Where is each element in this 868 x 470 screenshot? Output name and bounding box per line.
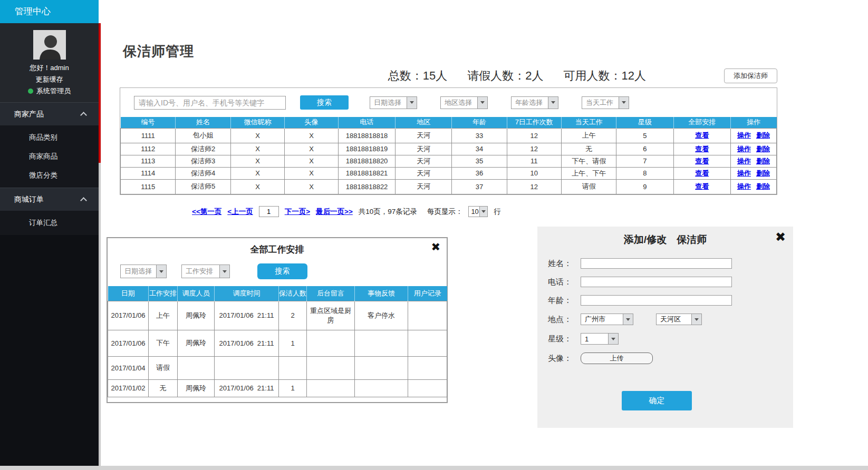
first-page-link[interactable]: <<第一页 (192, 207, 221, 217)
cell-dispatcher: 周佩玲 (178, 330, 215, 356)
menu-group: 商品类别 商家商品 微店分类 (0, 125, 99, 188)
area-filter-select[interactable]: 地区选择 (440, 96, 488, 109)
modal-search-button[interactable]: 搜索 (257, 263, 307, 279)
search-input[interactable] (134, 96, 286, 110)
cell-work7: 12 (507, 143, 561, 155)
per-page-select[interactable]: 10 (468, 206, 488, 217)
table-row: 2017/01/06 上午 周佩玲 2017/01/06 21:11 2 重点区… (108, 301, 447, 330)
delete-link[interactable]: 删除 (756, 182, 770, 190)
age-filter-select[interactable]: 年龄选择 (511, 96, 558, 109)
dropdown-arrow-icon[interactable] (407, 97, 417, 109)
operate-link[interactable]: 操作 (737, 157, 751, 165)
avatar-image (33, 30, 66, 60)
sidebar-item-merchant-goods[interactable]: 商家商品 (0, 147, 99, 166)
dropdown-arrow-icon[interactable] (479, 207, 487, 217)
cell-area: 天河 (396, 155, 452, 167)
dropdown-arrow-icon[interactable] (691, 314, 701, 325)
search-button[interactable]: 搜索 (300, 95, 349, 110)
last-page-link[interactable]: 最后一页>> (316, 207, 353, 217)
add-edit-cleaner-panel: 添加/修改 保洁师 ✖ 姓名： 电话： 年龄： 地点： 广州市 (537, 227, 793, 428)
cell-date: 2017/01/06 (108, 301, 149, 330)
refresh-cache-link[interactable]: 更新缓存 (0, 75, 99, 84)
dropdown-arrow-icon[interactable] (219, 265, 229, 278)
today-work-filter-select[interactable]: 当天工作 (582, 96, 629, 109)
date-filter-select[interactable]: 日期选择 (370, 96, 417, 109)
cell-avatar: X (284, 155, 338, 167)
role-text: 系统管理员 (36, 86, 71, 96)
cell-avatar: X (284, 179, 338, 194)
cell-user-record (408, 379, 447, 397)
cell-phone: 18818818818 (338, 128, 395, 143)
modal-filter-bar: 日期选择 工作安排 搜索 (120, 263, 447, 279)
modal-work-select[interactable]: 工作安排 (181, 265, 230, 278)
operate-link[interactable]: 操作 (737, 169, 751, 177)
star-select[interactable]: 1 (581, 333, 619, 345)
cell-star: 8 (616, 167, 673, 179)
stat-available: 可用人数：12人 (564, 68, 646, 84)
cell-date: 2017/01/02 (108, 379, 149, 397)
sidebar-item-weidian-category[interactable]: 微店分类 (0, 166, 99, 185)
cell-date: 2017/01/04 (108, 356, 149, 379)
dropdown-arrow-icon[interactable] (477, 97, 487, 109)
dropdown-arrow-icon[interactable] (623, 314, 633, 325)
district-select[interactable]: 天河区 (656, 314, 702, 325)
age-field[interactable] (581, 295, 732, 306)
sidebar-section-mall-orders[interactable]: 商城订单 (0, 188, 99, 211)
name-field[interactable] (581, 258, 732, 269)
sidebar-item-order-summary[interactable]: 订单汇总 (0, 213, 99, 232)
view-schedule-link[interactable]: 查看 (695, 169, 709, 177)
cell-age: 36 (452, 167, 507, 179)
phone-field[interactable] (581, 277, 732, 287)
cell-today: 上午 (561, 128, 616, 143)
view-schedule-link[interactable]: 查看 (695, 131, 709, 139)
sidebar-section-merchant-products[interactable]: 商家产品 (0, 102, 99, 125)
scrollbar-thumb[interactable] (99, 23, 101, 163)
confirm-button[interactable]: 确定 (622, 391, 692, 410)
cell-cleaner-count (279, 356, 307, 379)
prev-page-link[interactable]: <上一页 (227, 207, 253, 217)
header-cell: 微信昵称 (230, 117, 284, 128)
sidebar-item-goods-category[interactable]: 商品类别 (0, 128, 99, 147)
view-schedule-link[interactable]: 查看 (695, 182, 709, 190)
pagination: <<第一页 <上一页 下一页> 最后一页>> 共10页，97条记录 每页显示： … (192, 206, 501, 217)
view-schedule-link[interactable]: 查看 (695, 145, 709, 153)
header-cell: 事物反馈 (355, 286, 408, 301)
upload-button[interactable]: 上传 (581, 352, 653, 364)
cell-work7: 11 (507, 155, 561, 167)
dropdown-arrow-icon[interactable] (548, 97, 558, 109)
delete-link[interactable]: 删除 (756, 131, 770, 139)
operate-link[interactable]: 操作 (737, 182, 751, 190)
city-select[interactable]: 广州市 (581, 314, 633, 325)
pagination-summary: 共10页，97条记录 (359, 207, 417, 217)
cell-phone: 18818818822 (338, 179, 395, 194)
dropdown-arrow-icon[interactable] (608, 334, 618, 344)
cell-work7: 12 (507, 128, 561, 143)
operate-link[interactable]: 操作 (737, 145, 751, 153)
header-cell: 姓名 (176, 117, 230, 128)
delete-link[interactable]: 删除 (756, 169, 770, 177)
horizontal-scrollbar[interactable] (0, 466, 868, 470)
modal-date-select[interactable]: 日期选择 (120, 265, 167, 278)
next-page-link[interactable]: 下一页> (285, 207, 310, 217)
vertical-scrollbar[interactable] (99, 23, 101, 466)
modal-title: 全部工作安排 (108, 243, 447, 256)
stat-on-leave: 请假人数：2人 (467, 68, 543, 84)
panel-title: 添加/修改 保洁师 (537, 227, 793, 247)
cell-date: 2017/01/06 (108, 330, 149, 356)
page-number-input[interactable] (259, 206, 279, 217)
close-icon[interactable]: ✖ (431, 241, 440, 253)
cell-wechat: X (230, 128, 284, 143)
header-cell: 保洁人数 (279, 286, 307, 301)
dropdown-arrow-icon[interactable] (156, 265, 166, 278)
delete-link[interactable]: 删除 (756, 157, 770, 165)
delete-link[interactable]: 删除 (756, 145, 770, 153)
cell-area: 天河 (396, 179, 452, 194)
top-bar: 管理中心 (0, 0, 868, 23)
cell-shift: 无 (149, 379, 178, 397)
view-schedule-link[interactable]: 查看 (695, 157, 709, 165)
cell-id: 1114 (121, 167, 176, 179)
add-cleaner-button[interactable]: 添加保洁师 (724, 68, 777, 83)
dropdown-arrow-icon[interactable] (619, 97, 629, 109)
close-icon[interactable]: ✖ (775, 230, 786, 244)
operate-link[interactable]: 操作 (737, 131, 751, 139)
